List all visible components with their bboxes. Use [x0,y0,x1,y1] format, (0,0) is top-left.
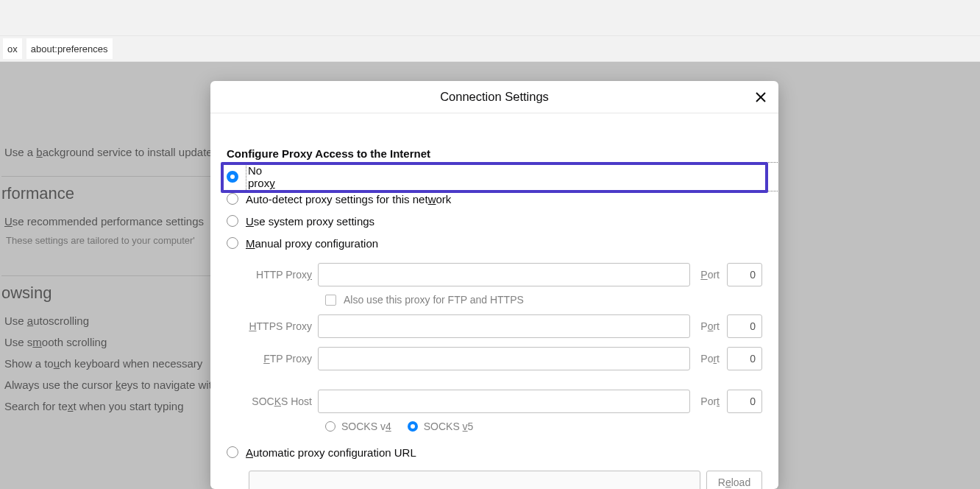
url-fragment-2: about:preferences [26,38,113,59]
https-port-label: Port [696,320,721,332]
socks4-label: SOCKS v4 [341,421,391,432]
url-bar[interactable]: ox about:preferences [0,35,980,62]
ftp-proxy-label: FTP Proxy [249,353,312,365]
radio-system-proxy[interactable]: Use system proxy settings [227,210,762,232]
share-proxy-label: Also use this proxy for FTP and HTTPS [344,294,524,306]
ftp-proxy-input[interactable] [318,347,690,370]
radio-icon [227,446,238,458]
socks5-label: SOCKS v5 [424,421,474,432]
http-proxy-label: HTTP Proxy [249,269,312,281]
dialog-title: Connection Settings [440,90,549,104]
share-proxy-checkbox[interactable] [325,295,336,306]
dialog-header: Connection Settings [210,81,778,113]
url-fragment-1: ox [3,38,22,59]
socks-port-label: Port [696,395,721,407]
radio-auto-url[interactable]: Automatic proxy configuration URL [227,441,762,463]
https-proxy-input[interactable] [318,314,690,338]
radio-icon [408,421,418,432]
system-proxy-label: Use system proxy settings [246,215,374,228]
http-proxy-input[interactable] [318,263,690,286]
reload-button[interactable]: Reload [706,471,762,489]
socks-port-input[interactable] [727,390,762,413]
ftp-port-label: Port [696,353,721,365]
auto-url-input[interactable] [249,471,700,489]
radio-socks4[interactable]: SOCKS v4 [325,421,391,432]
radio-icon [227,237,238,249]
radio-icon [325,421,335,432]
https-proxy-label: HTTPS Proxy [249,320,312,332]
manual-proxy-label: Manual proxy configuration [246,237,378,250]
http-port-input[interactable] [727,263,762,286]
radio-icon [227,193,238,205]
ftp-port-input[interactable] [727,347,762,370]
socks-host-label: SOCKS Host [249,395,312,407]
radio-icon [227,171,238,183]
connection-settings-dialog: Connection Settings Configure Proxy Acce… [210,81,778,489]
close-icon[interactable] [752,88,770,106]
http-port-label: Port [696,269,721,281]
auto-url-label: Automatic proxy configuration URL [246,446,416,459]
radio-socks5[interactable]: SOCKS v5 [408,421,474,432]
no-proxy-label: No proxy [246,162,778,191]
toolbar [0,0,980,35]
radio-manual-proxy[interactable]: Manual proxy configuration [227,232,762,254]
auto-detect-label: Auto-detect proxy settings for this netw… [246,193,451,205]
radio-no-proxy[interactable]: No proxy [227,166,762,188]
radio-icon [227,215,238,227]
https-port-input[interactable] [727,314,762,338]
socks-host-input[interactable] [318,390,690,413]
